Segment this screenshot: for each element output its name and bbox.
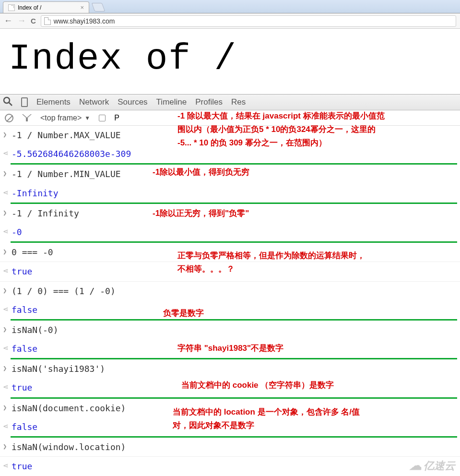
console-result: false bbox=[12, 421, 37, 433]
svg-point-0 bbox=[4, 97, 10, 103]
console-result: true bbox=[12, 265, 32, 277]
tab-network[interactable]: Network bbox=[79, 97, 109, 107]
input-marker-icon: ❯ bbox=[3, 208, 12, 218]
page-body: Index of / bbox=[0, 29, 460, 94]
console-output-row: ⋖-Infinity bbox=[0, 184, 460, 202]
device-icon[interactable] bbox=[21, 97, 28, 107]
devtools-panel: Elements Network Sources Timeline Profil… bbox=[0, 94, 460, 476]
output-marker-icon: ⋖ bbox=[3, 149, 12, 158]
console-input-row[interactable]: ❯isNaN('shayi1983') bbox=[0, 359, 460, 378]
toolbar-text: P bbox=[114, 114, 119, 122]
tab-sources[interactable]: Sources bbox=[118, 97, 147, 107]
console-code: -1 / Number.MIN_VALUE bbox=[12, 168, 121, 180]
tab-resources[interactable]: Res bbox=[231, 97, 246, 107]
input-marker-icon: ❯ bbox=[3, 403, 12, 413]
browser-nav-bar: ← → C www.shayi1983.com bbox=[0, 13, 460, 29]
console-result: false bbox=[12, 304, 37, 316]
console-output: ❯-1 / Number.MAX_VALUE ⋖-5.5626846462680… bbox=[0, 126, 460, 476]
frame-label: <top frame> bbox=[40, 114, 82, 122]
console-code: -1 / Infinity bbox=[12, 207, 79, 219]
annotation: 围以内（最小值为正负5 * 10的负324幂分之一，这里的 bbox=[177, 123, 376, 136]
annotation: -1除以最小值，得到负无穷 bbox=[153, 166, 249, 178]
annotation: -1 除以最大值，结果在 javascript 标准能表示的最小值范 bbox=[177, 109, 385, 122]
watermark-text: 亿速云 bbox=[424, 459, 455, 473]
console-result: true bbox=[12, 460, 32, 472]
page-icon bbox=[44, 17, 51, 25]
console-output-row: ⋖true bbox=[0, 457, 460, 476]
close-icon[interactable]: × bbox=[80, 4, 84, 11]
annotation: 字符串 "shayi1983"不是数字 bbox=[177, 342, 283, 355]
forward-button[interactable]: → bbox=[17, 16, 26, 26]
console-code: isNaN(window.location) bbox=[12, 441, 126, 453]
console-code: isNaN(-0) bbox=[12, 324, 59, 336]
page-title: Index of / bbox=[9, 38, 451, 80]
browser-tab[interactable]: Index of / × bbox=[3, 1, 89, 13]
console-result: -Infinity bbox=[12, 187, 59, 199]
input-marker-icon: ❯ bbox=[3, 325, 12, 334]
input-marker-icon: ❯ bbox=[3, 364, 12, 373]
page-icon bbox=[8, 4, 15, 11]
annotation: 当前文档中的 location 是一个对象，包含许多 名/值 bbox=[173, 405, 360, 418]
output-marker-icon: ⋖ bbox=[3, 344, 12, 353]
svg-line-1 bbox=[9, 103, 12, 106]
tab-elements[interactable]: Elements bbox=[36, 97, 71, 107]
console-code: 0 === -0 bbox=[12, 246, 53, 258]
annotation: 正零与负零严格相等，但是作为除数的运算结果时， bbox=[177, 249, 365, 262]
console-output-row: ⋖-0 bbox=[0, 223, 460, 241]
annotation: 对，因此对象不是数字 bbox=[173, 419, 254, 432]
cloud-icon: ☁ bbox=[409, 458, 422, 473]
console-input-row[interactable]: ❯isNaN(-0) bbox=[0, 321, 460, 339]
input-marker-icon: ❯ bbox=[3, 286, 12, 296]
console-result: false bbox=[12, 343, 37, 355]
console-result: -5.562684646268003e-309 bbox=[12, 148, 131, 160]
search-icon[interactable] bbox=[3, 96, 12, 108]
tab-timeline[interactable]: Timeline bbox=[156, 97, 187, 107]
input-marker-icon: ❯ bbox=[3, 130, 12, 140]
input-marker-icon: ❯ bbox=[3, 247, 12, 257]
back-button[interactable]: ← bbox=[4, 16, 12, 26]
annotation: 不相等。。。？ bbox=[177, 262, 235, 275]
output-marker-icon: ⋖ bbox=[3, 227, 12, 237]
chevron-down-icon: ▼ bbox=[84, 115, 90, 121]
console-output-row: ⋖false bbox=[0, 300, 460, 319]
output-marker-icon: ⋖ bbox=[3, 461, 12, 471]
input-marker-icon: ❯ bbox=[3, 169, 12, 178]
watermark: ☁ 亿速云 bbox=[409, 458, 455, 473]
underline bbox=[159, 319, 222, 321]
console-input-row[interactable]: ❯isNaN(window.location) bbox=[0, 438, 460, 457]
browser-tab-strip: Index of / × bbox=[0, 0, 460, 13]
url-bar[interactable]: www.shayi1983.com bbox=[41, 15, 456, 27]
tab-title: Index of / bbox=[18, 4, 41, 11]
console-result: true bbox=[12, 381, 32, 393]
new-tab-button[interactable] bbox=[92, 3, 106, 12]
output-marker-icon: ⋖ bbox=[3, 382, 12, 392]
output-marker-icon: ⋖ bbox=[3, 266, 12, 276]
output-marker-icon: ⋖ bbox=[3, 305, 12, 314]
output-marker-icon: ⋖ bbox=[3, 188, 12, 198]
url-text: www.shayi1983.com bbox=[54, 17, 115, 25]
annotation: 当前文档中的 cookie （空字符串）是数字 bbox=[181, 379, 334, 392]
frame-selector[interactable]: <top frame> ▼ bbox=[40, 114, 90, 122]
annotation: -1除以正无穷，得到"负零" bbox=[153, 207, 249, 220]
reload-button[interactable]: C bbox=[31, 17, 36, 25]
annotation: -5... * 10 的负 309 幂分之一，在范围内） bbox=[177, 136, 327, 149]
console-code: isNaN('shayi1983') bbox=[12, 363, 105, 375]
console-code: -1 / Number.MAX_VALUE bbox=[12, 129, 121, 141]
input-marker-icon: ❯ bbox=[3, 442, 12, 452]
output-marker-icon: ⋖ bbox=[3, 422, 12, 431]
console-code: (1 / 0) === (1 / -0) bbox=[12, 285, 116, 297]
filter-icon[interactable] bbox=[22, 114, 32, 122]
console-code: isNaN(document.cookie) bbox=[12, 402, 126, 414]
preserve-log-checkbox[interactable] bbox=[99, 115, 106, 121]
console-result: -0 bbox=[12, 226, 22, 238]
annotation: 负零是数字 bbox=[163, 307, 204, 320]
clear-console-icon[interactable] bbox=[5, 114, 13, 122]
tab-profiles[interactable]: Profiles bbox=[195, 97, 223, 107]
console-input-row[interactable]: ❯(1 / 0) === (1 / -0) bbox=[0, 282, 460, 300]
devtools-tab-bar: Elements Network Sources Timeline Profil… bbox=[0, 95, 460, 110]
